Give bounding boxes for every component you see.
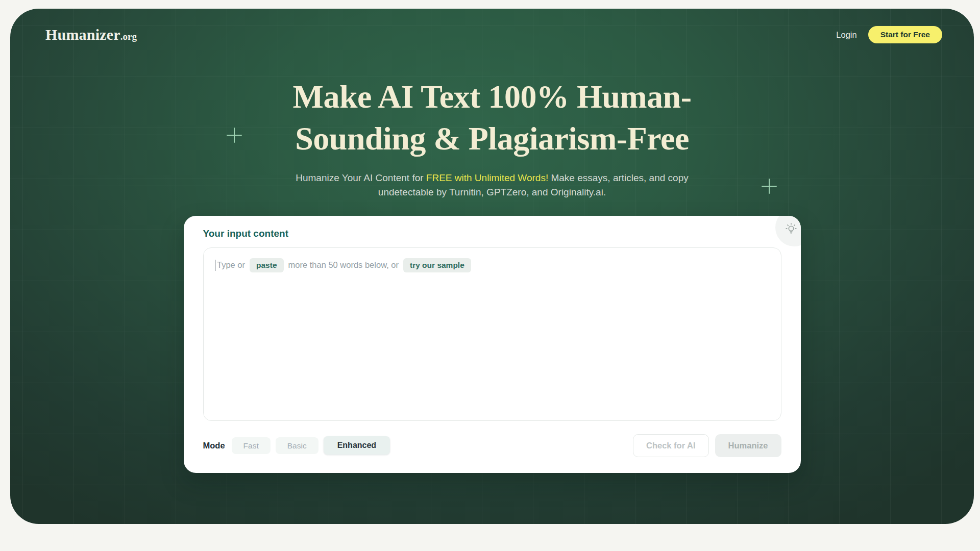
- mode-basic-button[interactable]: Basic: [276, 437, 318, 455]
- subtitle-highlight: FREE with Unlimited Words!: [426, 172, 548, 183]
- logo-name: Humanizer: [45, 26, 120, 43]
- humanize-button[interactable]: Humanize: [715, 434, 781, 457]
- lightbulb-icon: [785, 222, 798, 236]
- hero-panel: Humanizer.org Login Start for Free Make …: [10, 9, 974, 524]
- hero-title: Make AI Text 100% Human- Sounding & Plag…: [10, 76, 974, 160]
- placeholder-text: more than 50 words below, or: [288, 260, 399, 270]
- content-input-textarea[interactable]: Type or paste more than 50 words below, …: [203, 247, 781, 421]
- mode-label: Mode: [203, 441, 225, 450]
- card-footer: Mode Fast Basic Enhanced Check for AI Hu…: [203, 434, 781, 457]
- mode-enhanced-button[interactable]: Enhanced: [324, 436, 390, 455]
- check-for-ai-button[interactable]: Check for AI: [633, 434, 709, 457]
- top-navigation: Humanizer.org Login Start for Free: [10, 9, 974, 43]
- placeholder-row: Type or paste more than 50 words below, …: [215, 258, 770, 272]
- subtitle-text: Humanize Your AI Content for: [296, 172, 423, 183]
- tips-button[interactable]: [775, 216, 801, 246]
- start-for-free-button[interactable]: Start for Free: [868, 26, 942, 43]
- mode-fast-button[interactable]: Fast: [232, 437, 271, 455]
- paste-button[interactable]: paste: [250, 258, 284, 272]
- logo-tld: .org: [120, 31, 137, 42]
- logo[interactable]: Humanizer.org: [45, 27, 137, 42]
- card-title: Your input content: [203, 228, 781, 239]
- placeholder-text: Type or: [217, 260, 245, 270]
- hero-subtitle: Humanize Your AI Content for FREE with U…: [283, 171, 701, 199]
- nav-actions: Login Start for Free: [836, 26, 942, 43]
- hero-title-line1: Make AI Text 100% Human-: [293, 79, 692, 115]
- action-buttons: Check for AI Humanize: [633, 434, 781, 457]
- hero-title-line2: Sounding & Plagiarism-Free: [295, 120, 689, 157]
- input-card: Your input content Type or paste more th…: [184, 216, 801, 473]
- try-our-sample-button[interactable]: try our sample: [403, 258, 471, 272]
- login-link[interactable]: Login: [836, 30, 856, 40]
- plus-marker: [762, 179, 777, 194]
- text-caret: [215, 260, 216, 271]
- mode-selector: Mode Fast Basic Enhanced: [203, 436, 390, 455]
